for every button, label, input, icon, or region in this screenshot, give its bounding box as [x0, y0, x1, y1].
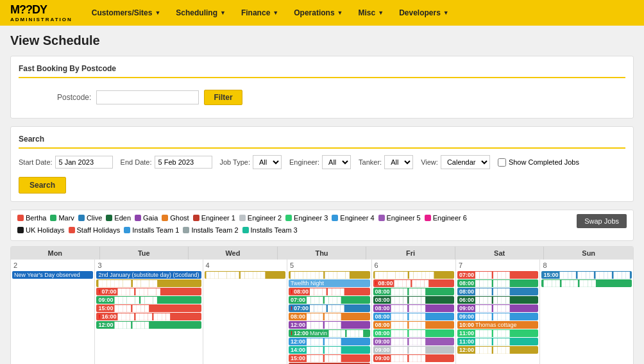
- calendar-event[interactable]: 09:00██████ ████: [96, 296, 201, 304]
- search-button[interactable]: Search: [19, 177, 66, 194]
- event-text: ████ ████: [475, 338, 510, 345]
- legend-item: Staff Holidays: [69, 226, 121, 234]
- job-type-select[interactable]: All: [253, 155, 282, 169]
- filter-button[interactable]: Filter: [204, 90, 242, 105]
- nav-item-developers[interactable]: Developers ▼: [393, 3, 455, 22]
- chevron-down-icon: ▼: [378, 10, 384, 16]
- nav-item-operations[interactable]: Operations ▼: [287, 3, 349, 22]
- alert-icon: !: [291, 288, 292, 295]
- calendar-event[interactable]: 10:00Thomas cottage: [457, 321, 538, 329]
- event-text: Marvin ████ ████: [310, 330, 363, 336]
- calendar-event[interactable]: 08:00████ ████: [457, 279, 538, 287]
- event-time: 08:00: [375, 305, 390, 311]
- calendar-event[interactable]: ████████ ██████: [289, 271, 369, 279]
- legend-item: Installs Team 3: [242, 226, 298, 234]
- calendar-event[interactable]: ████████ ██████: [96, 279, 201, 287]
- calendar-event[interactable]: 09:00████ ████: [457, 304, 538, 312]
- calendar-event[interactable]: !08:00████ ████: [373, 279, 454, 287]
- calendar-event[interactable]: 14:00████ ████: [289, 346, 369, 354]
- nav-item-misc[interactable]: Misc ▼: [352, 3, 391, 22]
- calendar-event[interactable]: 06:00████ ████: [457, 296, 538, 304]
- postcode-input[interactable]: [96, 90, 199, 104]
- calendar-event[interactable]: 08:00████ ████: [457, 288, 538, 295]
- calendar-event[interactable]: 09:00████ ████: [373, 354, 454, 362]
- event-time: 09:00: [375, 355, 390, 361]
- calendar-event[interactable]: New Year's Day observed: [12, 271, 93, 279]
- nav-item-customers[interactable]: Customers/Sites ▼: [85, 3, 167, 22]
- calendar-event[interactable]: !07:00████ ██████: [96, 288, 201, 295]
- legend-item: Engineer 2: [239, 214, 282, 222]
- calendar-event[interactable]: 12:00████ ████: [289, 321, 369, 329]
- event-time: 08:00: [375, 297, 390, 303]
- calendar-event[interactable]: !08:00████ ████: [289, 288, 369, 295]
- view-select[interactable]: Calendar: [441, 155, 490, 169]
- event-text: ████ ████: [310, 288, 344, 295]
- calendar-event[interactable]: 11:00████ ████: [457, 329, 538, 337]
- logo-text: M??DY: [10, 3, 47, 16]
- calendar-event[interactable]: 09:00████ ████: [373, 338, 454, 345]
- event-text: Thomas cottage: [475, 322, 517, 328]
- event-time: 08:00: [294, 288, 309, 295]
- calendar-event[interactable]: 07:00████ ████: [289, 296, 369, 304]
- event-text: ████████ ██████: [375, 272, 434, 278]
- calendar-event[interactable]: 11:00████ ████: [457, 338, 538, 345]
- event-text: ████ ████: [307, 322, 341, 328]
- engineer-select[interactable]: All: [322, 155, 351, 169]
- swap-jobs-button[interactable]: Swap Jobs: [577, 214, 627, 228]
- calendar-event[interactable]: 12:00████ ████: [289, 338, 369, 345]
- legend-item: Bertha: [17, 214, 46, 222]
- calendar-event[interactable]: 08:00████ ████: [373, 288, 454, 295]
- calendar-event[interactable]: ████████ ██████: [373, 271, 454, 279]
- logo-sub: ADMINISTRATION: [10, 17, 72, 22]
- calendar-event[interactable]: ████████ ██████: [205, 271, 285, 279]
- event-time: 16:00: [101, 313, 116, 320]
- calendar-event[interactable]: 08:00████ ████: [373, 296, 454, 304]
- chevron-down-icon: ▼: [273, 10, 278, 16]
- calendar-event[interactable]: 08:00████ ████: [373, 321, 454, 329]
- nav-item-scheduling[interactable]: Scheduling ▼: [169, 3, 232, 22]
- calendar-event[interactable]: 08:00████ ████: [373, 329, 454, 337]
- event-time: 12:00: [294, 330, 309, 336]
- event-text: ██████ ████: [115, 297, 157, 303]
- calendar-event[interactable]: 08:00████ ████: [373, 304, 454, 312]
- calendar-event[interactable]: !16:00████ ████ ████: [96, 313, 201, 320]
- calendar-event[interactable]: 08:00████ ████: [289, 313, 369, 320]
- calendar-event[interactable]: 15:00████ ████: [96, 304, 201, 312]
- alert-icon: !: [375, 280, 377, 286]
- calendar-event[interactable]: !07:00████ ████: [289, 304, 369, 312]
- event-time: 15:00: [291, 355, 305, 361]
- cal-header-cell: Thu: [278, 247, 367, 260]
- event-time: 07:00: [294, 305, 309, 311]
- calendar-event[interactable]: 12:00████ ████: [457, 346, 538, 354]
- end-date-field: End Date:: [121, 156, 212, 169]
- start-date-input[interactable]: [55, 156, 113, 169]
- calendar-event[interactable]: 09:00████ ████: [457, 313, 538, 320]
- legend-row-2: UK HolidaysStaff HolidaysInstalls Team 1…: [17, 226, 577, 234]
- event-text: ████ ████: [307, 338, 341, 345]
- calendar-event[interactable]: !12:00Marvin ████ ████: [289, 329, 369, 337]
- show-completed-checkbox[interactable]: [498, 158, 506, 167]
- search-card: Search Start Date: End Date: Job Type: A…: [10, 126, 634, 202]
- event-time: 09:00: [98, 297, 113, 303]
- calendar-event[interactable]: ████ ████ ████: [541, 279, 632, 287]
- logo: M??DY ADMINISTRATION: [10, 3, 72, 22]
- calendar-event[interactable]: 07:00████ ████: [457, 271, 538, 279]
- nav-item-finance[interactable]: Finance ▼: [235, 3, 285, 22]
- calendar-event[interactable]: 09:00████ ████: [373, 346, 454, 354]
- calendar-event[interactable]: 15:00████ ████: [289, 354, 369, 362]
- event-text: ████ ████: [391, 347, 426, 353]
- calendar-event[interactable]: Twelfth Night: [289, 279, 369, 287]
- cal-day-number: 8: [541, 261, 632, 270]
- page-title: View Schedule: [10, 33, 634, 48]
- event-time: 07:00: [101, 288, 116, 295]
- legend-area: BerthaMarvCliveEdenGaiaGhostEngineer 1En…: [10, 210, 634, 241]
- calendar-event[interactable]: 12:00████ ████: [96, 321, 201, 329]
- calendar-event[interactable]: 2nd January (substitute day) (Scotland): [96, 271, 201, 279]
- end-date-input[interactable]: [155, 156, 212, 169]
- calendar-event[interactable]: 08:00████ ████: [373, 313, 454, 320]
- chevron-down-icon: ▼: [337, 10, 343, 16]
- tanker-select[interactable]: All: [384, 155, 413, 169]
- legend-dot: [193, 215, 199, 221]
- event-time: 09:00: [375, 338, 390, 345]
- calendar-event[interactable]: 15:00████ ████ ████ ████: [541, 271, 632, 279]
